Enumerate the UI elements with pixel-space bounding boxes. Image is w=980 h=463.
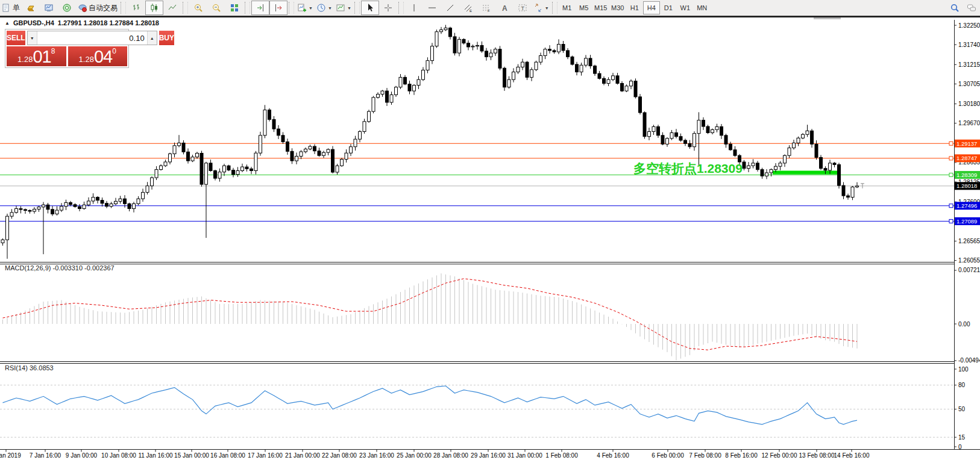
tf-m15-button[interactable]: M15	[592, 1, 609, 14]
arrows-button[interactable]: ▼	[532, 1, 551, 15]
svg-text:25 Jan 00:00: 25 Jan 00:00	[397, 452, 432, 459]
tf-mn-button[interactable]: MN	[694, 1, 711, 14]
svg-text:12 Feb 00:00: 12 Feb 00:00	[762, 452, 797, 459]
autoscroll-icon	[256, 3, 265, 13]
community-chat-button[interactable]	[963, 1, 980, 14]
chevron-down-icon: ▼	[309, 6, 313, 10]
collapse-triangle-icon[interactable]: ▲	[5, 20, 10, 26]
signal-icon	[62, 3, 72, 13]
crosshair-icon	[383, 3, 393, 13]
svg-text:F: F	[488, 9, 490, 13]
svg-text:31 Jan 00:00: 31 Jan 00:00	[507, 452, 542, 459]
svg-text:17 Jan 16:00: 17 Jan 16:00	[248, 452, 283, 459]
volume-down-button[interactable]: ▼	[28, 31, 37, 45]
volume-up-button[interactable]: ▲	[147, 31, 157, 45]
svg-text:6 Feb 00:00: 6 Feb 00:00	[652, 452, 684, 459]
data-window-button[interactable]	[40, 1, 58, 15]
macd-signal-value: -0.002367	[84, 264, 115, 272]
line-icon	[168, 3, 177, 13]
sell-button[interactable]: SELL	[7, 31, 25, 45]
candlestick-chart-button[interactable]	[145, 1, 163, 15]
svg-text:T: T	[521, 5, 524, 11]
tf-m5-button[interactable]: M5	[576, 1, 592, 14]
vline-icon	[409, 3, 419, 13]
pivot-trend-segment[interactable]	[773, 171, 839, 175]
svg-text:1.31740: 1.31740	[958, 42, 980, 48]
buy-price-prefix: 1.28	[79, 54, 94, 66]
sell-price-button[interactable]: 1.28 01 8	[7, 46, 66, 66]
tf-w1-button[interactable]: W1	[677, 1, 694, 14]
equidistant-channel-button[interactable]: E	[459, 1, 477, 15]
tf-d1-button[interactable]: D1	[660, 1, 677, 14]
chevron-down-icon: ▼	[545, 6, 549, 10]
pane-separators[interactable]	[0, 263, 980, 450]
chart-canvas[interactable]: 1.322501.317401.312151.307051.301801.296…	[0, 17, 980, 463]
tf-h4-button[interactable]: H4	[643, 1, 660, 14]
pivot-annotation-text[interactable]: 多空转折点1.28309	[633, 160, 743, 177]
market-watch-button[interactable]	[22, 1, 40, 15]
svg-text:1.32250: 1.32250	[958, 22, 980, 29]
bar-chart-button[interactable]	[127, 1, 145, 15]
zoom-in-button[interactable]	[189, 1, 207, 15]
svg-text:7 Jan 16:00: 7 Jan 16:00	[30, 452, 61, 459]
trendline-icon	[445, 3, 455, 13]
search-icon	[950, 3, 960, 13]
chat-icon	[967, 3, 976, 13]
svg-text:0: 0	[958, 444, 962, 450]
svg-text:-0.004943: -0.004943	[958, 357, 980, 364]
autotrading-button-label: 自动交易	[89, 3, 118, 13]
chart-shift-button[interactable]	[269, 1, 287, 15]
periods-button[interactable]: ▼	[315, 1, 334, 15]
fibonacci-button[interactable]: F	[477, 1, 495, 15]
macd-signal-line	[3, 279, 858, 350]
svg-text:1.29137: 1.29137	[956, 140, 977, 147]
cursor-button[interactable]	[361, 1, 379, 15]
chart-window[interactable]: 1.322501.317401.312151.307051.301801.296…	[0, 16, 980, 463]
tf-h4-button-label: H4	[647, 4, 656, 11]
trendline-button[interactable]	[441, 1, 459, 15]
line-chart-button[interactable]	[163, 1, 181, 15]
svg-text:8 Feb 16:00: 8 Feb 16:00	[725, 452, 758, 459]
chart-h-scrollbar-thumb[interactable]	[814, 17, 841, 19]
volume-input[interactable]	[37, 31, 147, 45]
autotrading-icon	[78, 3, 87, 13]
navigator-button[interactable]	[58, 1, 76, 15]
terminal-icon	[44, 3, 54, 13]
toolbar-separator	[354, 2, 360, 14]
buy-button[interactable]: BUY	[159, 31, 174, 45]
ohlc-values: 1.27991 1.28018 1.27884 1.28018	[58, 19, 159, 26]
buy-price-pipette: 0	[112, 48, 116, 55]
tf-m30-button[interactable]: M30	[609, 1, 626, 14]
svg-text:15 Jan 00:00: 15 Jan 00:00	[174, 452, 209, 459]
tile-windows-button[interactable]	[225, 1, 243, 15]
buy-price-main: 04	[94, 48, 112, 66]
svg-text:13 Feb 08:00: 13 Feb 08:00	[799, 452, 835, 459]
zoom-out-icon	[212, 3, 221, 13]
vertical-line-button[interactable]	[405, 1, 423, 15]
templates-button[interactable]: ▼	[334, 1, 353, 15]
tf-h1-button[interactable]: H1	[626, 1, 643, 14]
tf-m1-button[interactable]: M1	[559, 1, 576, 14]
horizontal-line-button[interactable]	[423, 1, 441, 15]
new-order-button[interactable]: 单	[0, 1, 22, 15]
new-chart-button[interactable]: ▼	[295, 1, 315, 15]
auto-scroll-button[interactable]	[251, 1, 269, 15]
crosshair-button[interactable]	[379, 1, 397, 15]
svg-text:7 Feb 08:00: 7 Feb 08:00	[689, 452, 721, 459]
svg-text:4 Jan 2019: 4 Jan 2019	[0, 452, 21, 459]
toolbar-separator	[289, 2, 294, 14]
svg-text:1.31215: 1.31215	[958, 61, 980, 68]
search-button[interactable]	[946, 1, 963, 14]
svg-text:1.26055: 1.26055	[958, 257, 980, 264]
zoom-out-button[interactable]	[207, 1, 225, 15]
toolbar-separator	[183, 2, 188, 14]
fibo-icon: F	[482, 3, 491, 13]
chevron-down-icon: ▼	[328, 6, 332, 10]
tf-m1-button-label: M1	[562, 4, 571, 11]
text-label-button[interactable]: T	[514, 1, 532, 15]
autotrading-button[interactable]: 自动交易	[76, 1, 119, 15]
rsi-value: 36.0853	[30, 364, 54, 371]
buy-price-button[interactable]: 1.28 04 0	[68, 46, 128, 66]
new-order-button-label: 单	[13, 3, 20, 13]
text-button[interactable]: A	[495, 1, 514, 15]
